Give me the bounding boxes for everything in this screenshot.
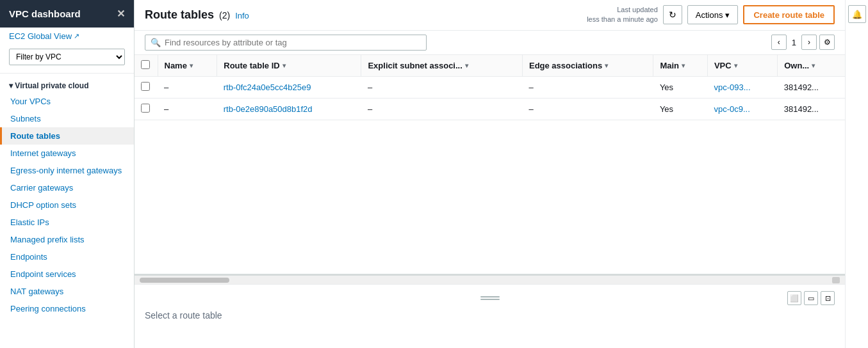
row1-vpc[interactable]: vpc-0c9... xyxy=(707,98,777,120)
drag-handle-line2 xyxy=(480,299,500,300)
panel-bottom-button[interactable]: ⬜ xyxy=(787,291,801,305)
actions-button[interactable]: Actions ▾ xyxy=(687,5,739,24)
chevron-down-icon: ▾ xyxy=(725,10,730,20)
panel-full-button[interactable]: ⊡ xyxy=(821,291,835,305)
row1-rtid[interactable]: rtb-0e2e890a50d8b1f2d xyxy=(217,98,361,120)
sidebar-item-subnets[interactable]: Subnets xyxy=(0,110,134,127)
notification-button[interactable]: 🔔 xyxy=(848,5,866,23)
col-explicit-subnet: Explicit subnet associ... ▾ xyxy=(361,55,523,77)
sidebar-item-endpoints[interactable]: Endpoints xyxy=(0,248,134,265)
row0-subnet: – xyxy=(361,76,523,98)
row1-checkbox[interactable] xyxy=(141,104,150,113)
select-all-checkbox[interactable] xyxy=(141,60,150,69)
create-route-table-button[interactable]: Create route table xyxy=(743,5,835,24)
filter-vpc-select[interactable]: Filter by VPC xyxy=(9,49,125,65)
info-link[interactable]: Info xyxy=(235,11,249,20)
search-input[interactable] xyxy=(165,38,421,47)
top-bar-right: Last updated less than a minute ago ↻ Ac… xyxy=(587,5,835,25)
sidebar: VPC dashboard ✕ EC2 Global View ↗ Filter… xyxy=(0,0,135,348)
sort-edge-icon[interactable]: ▾ xyxy=(605,62,608,69)
top-bar: Route tables (2) Info Last updated less … xyxy=(135,0,845,31)
sidebar-item-dhcp[interactable]: DHCP option sets xyxy=(0,196,134,214)
right-toolbar: 🔔 xyxy=(845,0,868,348)
select-route-table-message: Select a route table xyxy=(145,310,835,320)
sort-owner-icon[interactable]: ▾ xyxy=(812,62,815,69)
prev-page-button[interactable]: ‹ xyxy=(771,35,787,50)
close-icon[interactable]: ✕ xyxy=(117,8,125,20)
search-icon: 🔍 xyxy=(151,38,161,47)
sidebar-item-egress-only[interactable]: Egress-only internet gateways xyxy=(0,162,134,179)
section-arrow: ▾ xyxy=(9,81,13,90)
col-main: Main ▾ xyxy=(653,55,708,77)
sidebar-header: VPC dashboard ✕ xyxy=(0,0,134,28)
row0-edge: – xyxy=(522,76,653,98)
sort-rtid-icon[interactable]: ▾ xyxy=(283,62,286,69)
row0-owner: 381492... xyxy=(778,76,845,98)
table-settings-button[interactable]: ⚙ xyxy=(819,35,835,50)
vpc-section-header[interactable]: ▾ Virtual private cloud xyxy=(0,76,134,93)
drag-handle-line1 xyxy=(480,296,500,297)
sidebar-title: VPC dashboard xyxy=(9,8,81,19)
sort-subnet-icon[interactable]: ▾ xyxy=(465,62,468,69)
scrollbar-thumb xyxy=(140,278,229,283)
row0-checkbox[interactable] xyxy=(141,82,150,91)
sort-main-icon[interactable]: ▾ xyxy=(682,62,685,69)
next-page-button[interactable]: › xyxy=(801,35,817,50)
filter-vpc-container: Filter by VPC xyxy=(0,45,134,70)
refresh-button[interactable]: ↻ xyxy=(663,5,682,24)
ec2-global-view-link[interactable]: EC2 Global View ↗ xyxy=(9,31,125,41)
col-owner: Own... ▾ xyxy=(778,55,845,77)
sidebar-item-elastic-ips[interactable]: Elastic IPs xyxy=(0,214,134,231)
row1-check-cell xyxy=(135,98,158,120)
row0-vpc[interactable]: vpc-093... xyxy=(707,76,777,98)
row0-check-cell xyxy=(135,76,158,98)
sidebar-item-peering[interactable]: Peering connections xyxy=(0,300,134,317)
row0-main: Yes xyxy=(653,76,708,98)
row1-main: Yes xyxy=(653,98,708,120)
bottom-panel: ⬜ ▭ ⊡ Select a route table xyxy=(135,284,845,348)
search-wrapper: 🔍 xyxy=(145,35,427,51)
sort-vpc-icon[interactable]: ▾ xyxy=(734,62,737,69)
sidebar-item-managed-prefix[interactable]: Managed prefix lists xyxy=(0,231,134,248)
col-vpc: VPC ▾ xyxy=(707,55,777,77)
table-row: – rtb-0e2e890a50d8b1f2d – – Yes vpc-0c9.… xyxy=(135,98,845,120)
row1-name: – xyxy=(158,98,217,120)
row1-edge: – xyxy=(522,98,653,120)
sidebar-nav-items: Your VPCs Subnets Route tables Internet … xyxy=(0,93,134,317)
select-all-col xyxy=(135,55,158,77)
external-link-icon: ↗ xyxy=(74,32,79,40)
sidebar-item-carrier-gateways[interactable]: Carrier gateways xyxy=(0,179,134,196)
sort-name-icon[interactable]: ▾ xyxy=(190,62,193,69)
top-bar-left: Route tables (2) Info xyxy=(145,8,249,22)
current-page: 1 xyxy=(789,38,799,47)
sidebar-item-internet-gateways[interactable]: Internet gateways xyxy=(0,145,134,162)
row1-subnet: – xyxy=(361,98,523,120)
page-title: Route tables xyxy=(145,8,214,22)
col-edge-assoc: Edge associations ▾ xyxy=(522,55,653,77)
row1-owner: 381492... xyxy=(778,98,845,120)
horizontal-scrollbar[interactable] xyxy=(135,275,845,284)
bottom-panel-icons: ⬜ ▭ ⊡ xyxy=(787,291,835,305)
sidebar-item-route-tables[interactable]: Route tables xyxy=(0,127,134,145)
table-header-row: Name ▾ Route table ID ▾ Explicit subnet … xyxy=(135,55,845,77)
row0-name: – xyxy=(158,76,217,98)
row0-rtid[interactable]: rtb-0fc24a0e5cc4b25e9 xyxy=(217,76,361,98)
pagination-row: ‹ 1 › ⚙ xyxy=(771,35,835,50)
sidebar-item-endpoint-services[interactable]: Endpoint services xyxy=(0,265,134,283)
scroll-right-indicator xyxy=(832,277,840,283)
sidebar-item-nat-gateways[interactable]: NAT gateways xyxy=(0,283,134,300)
col-name: Name ▾ xyxy=(158,55,217,77)
col-route-table-id: Route table ID ▾ xyxy=(217,55,361,77)
sidebar-item-your-vpcs[interactable]: Your VPCs xyxy=(0,93,134,110)
count-badge: (2) xyxy=(219,10,230,20)
panel-split-button[interactable]: ▭ xyxy=(804,291,818,305)
route-tables-table: Name ▾ Route table ID ▾ Explicit subnet … xyxy=(135,55,845,275)
bottom-panel-header: ⬜ ▭ ⊡ xyxy=(145,291,835,305)
last-updated: Last updated less than a minute ago xyxy=(587,5,658,25)
table-row: – rtb-0fc24a0e5cc4b25e9 – – Yes vpc-093.… xyxy=(135,76,845,98)
main-content: Route tables (2) Info Last updated less … xyxy=(135,0,845,348)
